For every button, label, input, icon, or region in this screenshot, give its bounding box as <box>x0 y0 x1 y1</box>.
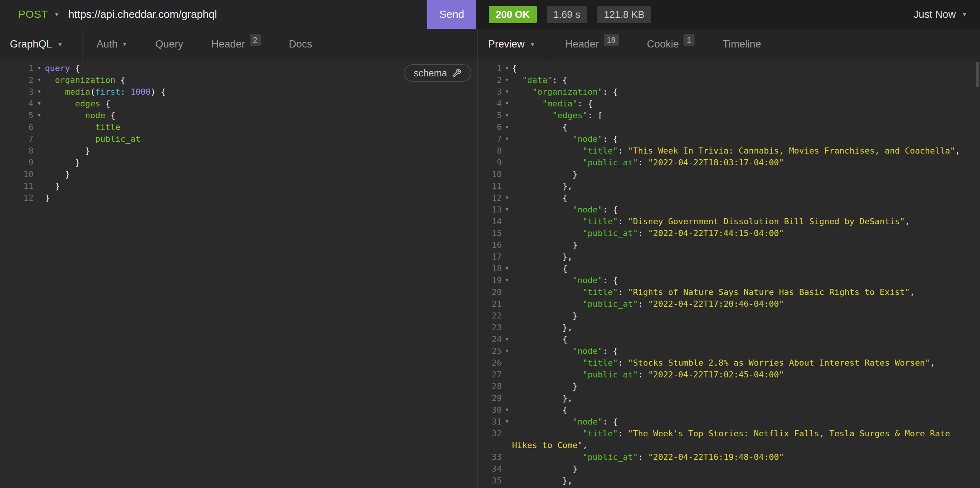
schema-button[interactable]: schema <box>404 64 471 82</box>
token-str: "2022-04-22T18:03:17-04:00" <box>648 158 784 167</box>
tab-auth[interactable]: Auth▼ <box>83 29 141 60</box>
gutter: 4▼ <box>478 98 512 110</box>
code-text[interactable]: node { <box>45 110 477 121</box>
code-text[interactable]: edges { <box>45 98 477 110</box>
code-text[interactable]: } <box>45 157 477 168</box>
code-line: 36▼ { <box>478 486 980 488</box>
token-key: "title" <box>582 146 618 156</box>
wrench-icon <box>452 68 461 78</box>
tab-label: Header <box>212 38 245 50</box>
fold-toggle-icon[interactable]: ▼ <box>502 333 512 345</box>
token-key: "data" <box>522 75 552 85</box>
tab-header[interactable]: Header2 <box>197 29 275 60</box>
send-button[interactable]: Send <box>427 0 476 29</box>
line-number: 4 <box>0 98 33 110</box>
code-line: 33 "public_at": "2022-04-22T16:19:48-04:… <box>478 451 980 463</box>
fold-toggle-icon[interactable]: ▼ <box>33 98 45 110</box>
fold-spacer <box>502 168 512 180</box>
fold-toggle-icon[interactable]: ▼ <box>502 86 512 98</box>
code-text[interactable]: media(first: 1000) { <box>45 86 477 98</box>
preview-mode-dropdown[interactable]: Preview ▼ <box>478 29 551 60</box>
code-text[interactable]: } <box>45 168 477 180</box>
fold-toggle-icon[interactable]: ▼ <box>33 110 45 121</box>
tab-docs[interactable]: Docs <box>275 29 326 60</box>
fold-toggle-icon[interactable]: ▼ <box>502 404 512 416</box>
gutter: 34 <box>478 463 512 475</box>
tab-query[interactable]: Query <box>141 29 197 60</box>
code-line: 15 "public_at": "2022-04-22T17:44:15-04:… <box>478 227 980 239</box>
token-pl <box>45 75 55 85</box>
token-pl: }, <box>512 393 573 403</box>
fold-toggle-icon[interactable]: ▼ <box>502 204 512 216</box>
fold-toggle-icon[interactable]: ▼ <box>33 74 45 86</box>
gutter: 1▼ <box>0 62 45 74</box>
code-text: "node": { <box>512 204 980 216</box>
token-str: "2022-04-22T17:20:46-04:00" <box>648 299 784 308</box>
code-text: "public_at": "2022-04-22T18:03:17-04:00" <box>512 157 980 168</box>
gutter: 21 <box>478 298 512 310</box>
code-text: "node": { <box>512 274 980 286</box>
tab-header[interactable]: Header18 <box>551 29 633 60</box>
gutter: 6▼ <box>478 121 512 133</box>
code-text[interactable]: } <box>45 180 477 192</box>
fold-toggle-icon[interactable]: ▼ <box>502 345 512 357</box>
fold-toggle-icon[interactable]: ▼ <box>502 274 512 286</box>
fold-toggle-icon[interactable]: ▼ <box>502 110 512 121</box>
fold-spacer <box>502 380 512 392</box>
token-key: "public_at" <box>582 370 638 379</box>
scrollbar-thumb[interactable] <box>976 62 979 87</box>
code-line: 28 } <box>478 380 980 392</box>
fold-toggle-icon[interactable]: ▼ <box>502 192 512 204</box>
token-pl: : <box>618 146 628 156</box>
line-number: 25 <box>478 345 502 357</box>
token-key: "media" <box>542 99 578 108</box>
response-pane: Preview ▼ Header18Cookie1Timeline 1▼{2▼ … <box>478 29 980 488</box>
fold-toggle-icon[interactable]: ▼ <box>33 62 45 74</box>
token-pl: { <box>512 264 568 273</box>
token-pl: }, <box>512 252 573 261</box>
url-input[interactable]: https://api.cheddar.com/graphql <box>68 0 410 29</box>
history-dropdown[interactable]: Just Now ▼ <box>913 0 967 29</box>
code-line: 29 }, <box>478 392 980 404</box>
token-pl: { <box>100 99 111 108</box>
line-number: 30 <box>478 404 502 416</box>
line-number: 21 <box>478 298 502 310</box>
body-type-dropdown[interactable]: GraphQL ▼ <box>0 29 83 60</box>
code-text[interactable]: public_at <box>45 133 477 145</box>
code-line: 7▼ "node": { <box>478 133 980 145</box>
code-line: 21 "public_at": "2022-04-22T17:20:46-04:… <box>478 298 980 310</box>
line-number: 7 <box>0 133 33 145</box>
fold-toggle-icon[interactable]: ▼ <box>502 74 512 86</box>
code-text[interactable]: } <box>45 192 477 204</box>
token-key: "title" <box>582 217 618 226</box>
fold-toggle-icon[interactable]: ▼ <box>502 486 512 488</box>
token-pl: : { <box>552 75 568 85</box>
fold-toggle-icon[interactable]: ▼ <box>33 86 45 98</box>
fold-toggle-icon[interactable]: ▼ <box>502 62 512 74</box>
fold-toggle-icon[interactable]: ▼ <box>502 98 512 110</box>
tab-cookie[interactable]: Cookie1 <box>633 29 709 60</box>
code-text: "edges": [ <box>512 110 980 121</box>
fold-toggle-icon[interactable]: ▼ <box>502 262 512 274</box>
token-num: 1000 <box>130 87 151 97</box>
token-key: "organization" <box>532 87 603 97</box>
line-number: 10 <box>478 168 502 180</box>
token-fld: title <box>95 122 120 132</box>
token-key: "node" <box>573 134 603 144</box>
graphql-query-editor[interactable]: 1▼query {2▼ organization {3▼ media(first… <box>0 60 477 488</box>
fold-toggle-icon[interactable]: ▼ <box>502 133 512 145</box>
tab-count-badge: 18 <box>604 34 619 46</box>
fold-toggle-icon[interactable]: ▼ <box>502 121 512 133</box>
token-key: "node" <box>573 346 603 356</box>
code-line: 3▼ media(first: 1000) { <box>0 86 477 98</box>
token-fld: edges <box>75 99 100 108</box>
tab-timeline[interactable]: Timeline <box>709 29 775 60</box>
gutter: 27 <box>478 369 512 380</box>
code-text[interactable]: title <box>45 121 477 133</box>
method-dropdown[interactable]: POST ▼ <box>18 0 59 29</box>
code-line: 14 "title": "Disney Government Dissoluti… <box>478 216 980 227</box>
code-text[interactable]: } <box>45 145 477 157</box>
fold-toggle-icon[interactable]: ▼ <box>502 416 512 428</box>
gutter: 28 <box>478 380 512 392</box>
body-type-label: GraphQL <box>10 38 52 50</box>
